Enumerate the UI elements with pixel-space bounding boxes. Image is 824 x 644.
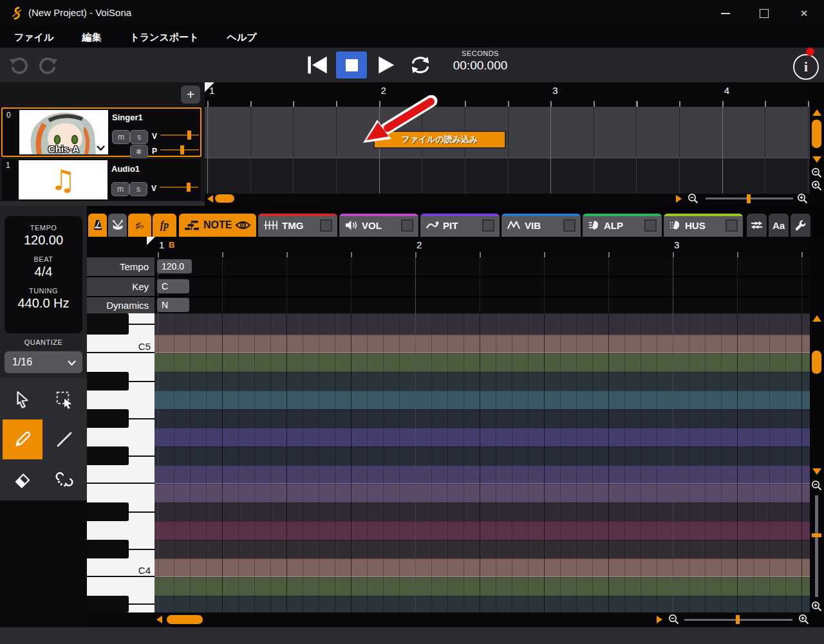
- stop-button[interactable]: [336, 51, 367, 78]
- zoom-out-icon[interactable]: [668, 614, 680, 625]
- scroll-handle[interactable]: [215, 194, 234, 203]
- tab-note[interactable]: NOTE: [179, 214, 256, 237]
- minimize-button[interactable]: [711, 0, 740, 27]
- skip-to-start-button[interactable]: [305, 55, 330, 75]
- piano-key-as3[interactable]: [87, 596, 154, 612]
- zoom-in-icon[interactable]: [811, 180, 823, 192]
- scroll-down-arrow[interactable]: [812, 468, 821, 475]
- grid-row-c4[interactable]: [154, 558, 810, 577]
- zoom-slider-handle[interactable]: [736, 615, 740, 624]
- piano-key-c5[interactable]: C5: [87, 335, 154, 353]
- piano-key-c4[interactable]: C4: [87, 558, 154, 577]
- grid-row-as4[interactable]: [154, 372, 810, 391]
- tab-checkbox[interactable]: [726, 219, 738, 232]
- pianoroll-hscrollbar[interactable]: [87, 612, 810, 627]
- timeline-ruler[interactable]: 1234: [205, 82, 810, 107]
- tab-checkbox[interactable]: [320, 219, 332, 232]
- load-file-button[interactable]: ファイルの読み込み: [373, 131, 506, 149]
- vscroll-handle[interactable]: [812, 120, 821, 148]
- zoom-out-icon[interactable]: [811, 480, 823, 492]
- grid-row-c5[interactable]: [154, 335, 810, 353]
- info-button[interactable]: i: [793, 54, 819, 80]
- tab-pit[interactable]: PIT: [420, 214, 500, 237]
- loop-icon[interactable]: [409, 56, 431, 74]
- tab-checkbox[interactable]: [644, 219, 657, 232]
- tab-alp[interactable]: ALP: [583, 214, 662, 237]
- grid-row-g4[interactable]: [154, 428, 810, 446]
- tempo-chip[interactable]: 120.0: [157, 259, 192, 273]
- play-button[interactable]: [375, 55, 397, 75]
- grid-row-cs5[interactable]: [154, 313, 810, 335]
- singer-track-lane[interactable]: [205, 107, 810, 158]
- tuning-value[interactable]: 440.0 Hz: [5, 296, 82, 311]
- tab-vib[interactable]: VIB: [501, 214, 581, 237]
- metronome-button[interactable]: [88, 214, 107, 237]
- marquee-select-tool[interactable]: [44, 380, 84, 419]
- piano-key-e4[interactable]: [87, 484, 154, 502]
- audio-thumbnail[interactable]: ♫: [19, 160, 108, 199]
- grid-row-b4[interactable]: [154, 353, 810, 372]
- scroll-right-arrow[interactable]: [676, 195, 682, 203]
- grid-row-as3[interactable]: [154, 596, 810, 612]
- pencil-tool[interactable]: [3, 419, 42, 459]
- menu-help[interactable]: ヘルプ: [213, 32, 271, 44]
- drum-button[interactable]: [108, 214, 127, 237]
- mute-button[interactable]: m: [112, 130, 130, 144]
- freeze-button[interactable]: ❄: [130, 145, 148, 159]
- track-audio1[interactable]: 1 ♫ Audio1 m s V: [1, 158, 201, 201]
- singer-avatar[interactable]: Chis-A: [19, 110, 108, 154]
- zoom-out-icon[interactable]: [811, 167, 823, 179]
- wrench-button[interactable]: [791, 214, 810, 237]
- grid-row-gs4[interactable]: [154, 409, 810, 428]
- piano-key-fs4[interactable]: [87, 446, 154, 465]
- note-grid[interactable]: [154, 313, 810, 612]
- unlink-tool[interactable]: [44, 459, 84, 499]
- tab-hus[interactable]: HUS: [664, 214, 743, 237]
- voice-name[interactable]: Chis-A: [19, 143, 108, 154]
- track-singer1[interactable]: 0 Chis-A Singer: [1, 107, 201, 157]
- menu-edit[interactable]: 編集: [68, 32, 115, 44]
- scroll-right-arrow[interactable]: [657, 616, 662, 623]
- quantize-dropdown[interactable]: 1/16: [5, 351, 82, 373]
- piano-key-gs4[interactable]: [87, 409, 154, 428]
- song-info-panel[interactable]: TEMPO 120.00 BEAT 4/4 TUNING 440.0 Hz: [5, 216, 82, 333]
- piano-key-a4[interactable]: [87, 391, 154, 409]
- grid-row-f4[interactable]: [154, 465, 810, 484]
- maximize-button[interactable]: [749, 0, 779, 27]
- piano-key-f4[interactable]: [87, 465, 154, 484]
- tempo-value[interactable]: 120.00: [5, 233, 82, 248]
- timeline-hscrollbar[interactable]: [205, 194, 810, 204]
- mixer-button[interactable]: [747, 214, 767, 237]
- tempo-row-track[interactable]: 120.0: [154, 257, 810, 276]
- beat-value[interactable]: 4/4: [5, 264, 82, 279]
- key-row-track[interactable]: C: [154, 277, 810, 296]
- dynamics-fp-button[interactable]: fp: [153, 214, 176, 237]
- vzoom-slider[interactable]: [815, 495, 818, 597]
- visibility-eye-icon[interactable]: [235, 220, 251, 230]
- menu-transport[interactable]: トランスポート: [115, 32, 212, 44]
- tab-checkbox[interactable]: [401, 219, 413, 232]
- vzoom-slider-handle[interactable]: [812, 533, 821, 537]
- scroll-left-arrow[interactable]: [156, 616, 162, 623]
- pointer-tool[interactable]: [3, 380, 42, 419]
- dynamics-row-track[interactable]: N: [154, 297, 810, 313]
- vscroll-handle[interactable]: [812, 351, 821, 374]
- eraser-tool[interactable]: [3, 459, 42, 499]
- grid-row-cs4[interactable]: [154, 540, 810, 558]
- piano-keyboard[interactable]: C5C4: [87, 313, 154, 612]
- close-button[interactable]: ✕: [789, 0, 819, 27]
- piano-key-cs4[interactable]: [87, 540, 154, 558]
- solo-button[interactable]: s: [129, 182, 147, 196]
- font-button[interactable]: Aa: [769, 214, 789, 237]
- volume-slider[interactable]: [160, 131, 199, 140]
- zoom-in-icon[interactable]: [811, 601, 823, 612]
- grid-row-a4[interactable]: [154, 391, 810, 409]
- key-chip[interactable]: C: [157, 279, 189, 293]
- tab-vol[interactable]: VOL: [339, 214, 418, 237]
- scroll-up-arrow[interactable]: [812, 109, 821, 116]
- scroll-up-arrow[interactable]: [812, 315, 821, 322]
- piano-key-ds4[interactable]: [87, 502, 154, 521]
- audio-track-lane[interactable]: [205, 158, 810, 194]
- grid-row-b3[interactable]: [154, 577, 810, 596]
- piano-key-g4[interactable]: [87, 428, 154, 446]
